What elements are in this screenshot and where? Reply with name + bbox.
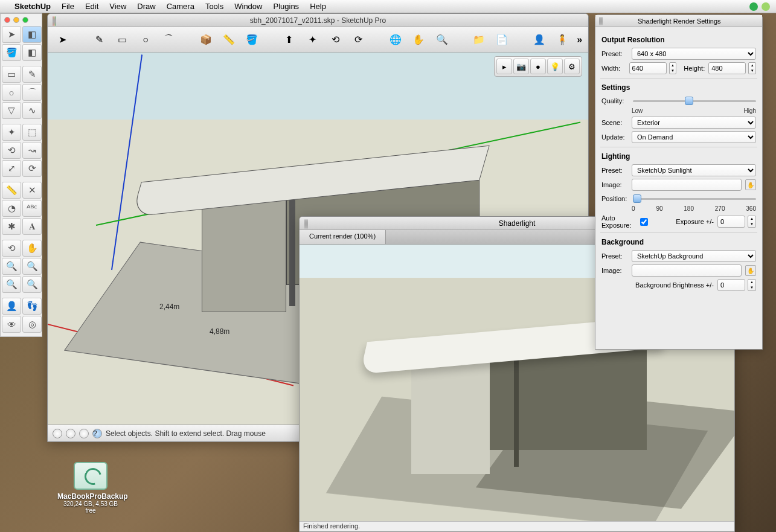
scene-select[interactable]: Exterior bbox=[632, 117, 756, 129]
zoom-icon[interactable] bbox=[601, 17, 603, 25]
menu-plugins[interactable]: Plugins bbox=[273, 2, 299, 11]
expand-icon[interactable]: ▸ bbox=[496, 59, 512, 74]
layers-button[interactable]: 📄 bbox=[493, 31, 510, 49]
3dtext-tool[interactable]: 𝐀 bbox=[22, 218, 42, 235]
component-tool[interactable]: ◧ bbox=[22, 26, 42, 43]
status-icon-2[interactable] bbox=[66, 429, 75, 438]
status-icon-1[interactable] bbox=[53, 429, 62, 438]
close-icon[interactable] bbox=[4, 17, 10, 23]
camera-icon[interactable]: 📷 bbox=[513, 59, 529, 74]
axes-tool[interactable]: ✱ bbox=[2, 218, 21, 235]
lighting-image-picker-icon[interactable]: ✋ bbox=[745, 179, 756, 190]
dimension-tool[interactable]: ✕ bbox=[22, 182, 42, 199]
menu-draw[interactable]: Draw bbox=[137, 2, 155, 11]
menu-camera[interactable]: Camera bbox=[167, 2, 194, 11]
auto-exposure-checkbox[interactable] bbox=[640, 218, 648, 226]
menu-app[interactable]: SketchUp bbox=[14, 2, 51, 11]
circle-tool[interactable]: ○ bbox=[2, 84, 21, 101]
position-slider[interactable] bbox=[633, 193, 756, 204]
scale-tool[interactable]: ⤢ bbox=[2, 160, 21, 177]
eraser-tool[interactable]: ◧ bbox=[22, 44, 42, 61]
position-camera-tool[interactable]: 👤 bbox=[2, 298, 21, 315]
section-tool[interactable]: ◎ bbox=[22, 316, 42, 333]
figure-button[interactable]: 🧍 bbox=[554, 31, 571, 49]
exposure-input[interactable] bbox=[717, 216, 745, 228]
resolution-preset-select[interactable]: 640 x 480 bbox=[632, 48, 756, 60]
move-tool[interactable]: ✦ bbox=[2, 124, 21, 141]
circle-button[interactable]: ○ bbox=[137, 31, 154, 49]
make-component-button[interactable]: 📦 bbox=[197, 31, 214, 49]
line-tool[interactable]: ✎ bbox=[22, 66, 42, 83]
orbit-tool[interactable]: ⟲ bbox=[2, 240, 21, 257]
zoom-tool[interactable]: 🔍 bbox=[2, 258, 21, 275]
status-icon-3[interactable] bbox=[79, 429, 89, 438]
zoom-icon[interactable] bbox=[55, 16, 56, 26]
zoom-window-tool[interactable]: 🔍 bbox=[22, 258, 42, 275]
rotate-tool[interactable]: ⟲ bbox=[2, 142, 21, 159]
freehand-tool[interactable]: ∿ bbox=[22, 102, 42, 119]
walk-tool[interactable]: 👣 bbox=[22, 298, 42, 315]
exposure-stepper[interactable]: ▲▼ bbox=[748, 216, 756, 228]
zoom-button[interactable]: 🔍 bbox=[433, 31, 450, 49]
text-tool[interactable]: ᴬᴮᶜ bbox=[22, 200, 42, 217]
width-stepper[interactable]: ▲▼ bbox=[669, 62, 677, 74]
menu-window[interactable]: Window bbox=[234, 2, 262, 11]
bg-brightness-input[interactable] bbox=[717, 279, 745, 291]
render-tab-current[interactable]: Current render (100%) bbox=[300, 230, 386, 244]
bg-preset-select[interactable]: SketchUp Background bbox=[632, 250, 756, 262]
arc-tool[interactable]: ⌒ bbox=[22, 84, 42, 101]
bg-brightness-stepper[interactable]: ▲▼ bbox=[748, 279, 756, 291]
polygon-tool[interactable]: ▽ bbox=[2, 102, 21, 119]
menu-edit[interactable]: Edit bbox=[85, 2, 98, 11]
pan-tool[interactable]: ✋ bbox=[22, 240, 42, 257]
gear-icon[interactable]: ⚙ bbox=[564, 59, 580, 74]
material-icon[interactable]: ● bbox=[530, 59, 546, 74]
lighting-preset-select[interactable]: SketchUp Sunlight bbox=[632, 164, 756, 176]
move-button[interactable]: ✦ bbox=[304, 31, 321, 49]
arc-button[interactable]: ⌒ bbox=[160, 31, 177, 49]
look-around-tool[interactable]: 👁 bbox=[2, 316, 21, 333]
line-button[interactable]: ✎ bbox=[91, 31, 107, 49]
model-info-button[interactable]: 📁 bbox=[470, 31, 487, 49]
height-input[interactable] bbox=[708, 62, 746, 74]
bg-image-picker-icon[interactable]: ✋ bbox=[745, 265, 756, 276]
previous-view-tool[interactable]: 🔍 bbox=[22, 276, 42, 293]
lighting-image-input[interactable] bbox=[632, 179, 742, 191]
orbit-button[interactable]: 🌐 bbox=[387, 31, 404, 49]
select-button[interactable]: ➤ bbox=[54, 31, 71, 49]
status-g-icon[interactable] bbox=[749, 2, 758, 11]
rectangle-tool[interactable]: ▭ bbox=[2, 66, 21, 83]
tape-button[interactable]: 📏 bbox=[220, 31, 237, 49]
light-icon[interactable]: 💡 bbox=[547, 59, 563, 74]
pushpull-button[interactable]: ⬆ bbox=[281, 31, 298, 49]
rectangle-button[interactable]: ▭ bbox=[114, 31, 131, 49]
menu-tools[interactable]: Tools bbox=[205, 2, 223, 11]
paint-button[interactable]: 🪣 bbox=[243, 31, 260, 49]
rotate-button[interactable]: ⟲ bbox=[327, 31, 344, 49]
minimize-icon[interactable] bbox=[13, 17, 19, 23]
menu-file[interactable]: File bbox=[62, 2, 74, 11]
person-button[interactable]: 👤 bbox=[531, 31, 548, 49]
offset-button[interactable]: ⟳ bbox=[350, 31, 367, 49]
desktop-drive[interactable]: MacBookProBackup 320,24 GB, 4,53 GB free bbox=[57, 462, 124, 514]
toolbar-overflow-icon[interactable]: » bbox=[577, 34, 582, 45]
update-select[interactable]: On Demand bbox=[632, 131, 756, 143]
zoom-extents-tool[interactable]: 🔍 bbox=[2, 276, 21, 293]
tape-tool[interactable]: 📏 bbox=[2, 182, 21, 199]
select-tool[interactable]: ➤ bbox=[2, 26, 21, 43]
zoom-icon[interactable] bbox=[22, 17, 28, 23]
protractor-tool[interactable]: ◔ bbox=[2, 200, 21, 217]
pushpull-tool[interactable]: ⬚ bbox=[22, 124, 42, 141]
pan-button[interactable]: ✋ bbox=[410, 31, 427, 49]
help-icon[interactable]: ? bbox=[92, 429, 102, 438]
status-check-icon[interactable] bbox=[762, 2, 770, 11]
menu-help[interactable]: Help bbox=[310, 2, 326, 11]
bg-image-input[interactable] bbox=[632, 264, 742, 277]
menu-view[interactable]: View bbox=[109, 2, 126, 11]
height-stepper[interactable]: ▲▼ bbox=[748, 62, 756, 74]
quality-slider[interactable] bbox=[633, 95, 756, 106]
zoom-icon[interactable] bbox=[307, 219, 308, 229]
followme-tool[interactable]: ↝ bbox=[22, 142, 42, 159]
offset-tool[interactable]: ⟳ bbox=[22, 160, 42, 177]
width-input[interactable] bbox=[629, 62, 667, 74]
